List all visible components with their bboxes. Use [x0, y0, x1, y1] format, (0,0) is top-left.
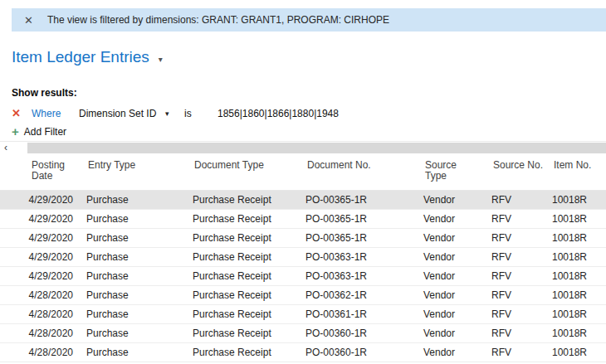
cell-document-no[interactable]: PO-00361-1R [299, 304, 417, 323]
cell-source-no[interactable]: RFV [485, 285, 545, 304]
column-header-posting-date[interactable]: Posting Date [0, 154, 80, 190]
cell-document-type[interactable]: Purchase Receipt [186, 266, 299, 285]
header-label: Type [425, 171, 485, 182]
cell-item-no[interactable]: 10018R [545, 266, 606, 285]
column-header-document-type[interactable]: Document Type [186, 154, 299, 190]
column-header-source-type[interactable]: Source Type [417, 154, 485, 190]
cell-document-type[interactable]: Purchase Receipt [186, 323, 299, 342]
cell-document-no[interactable]: PO-00365-1R [299, 209, 417, 228]
cell-entry-type[interactable]: Purchase [80, 247, 186, 266]
remove-filter-icon[interactable]: ✕ [12, 108, 21, 119]
table-row[interactable]: 4/28/2020PurchasePurchase ReceiptPO-0036… [0, 304, 606, 323]
cell-document-type[interactable]: Purchase Receipt [186, 342, 299, 362]
cell-posting-date[interactable]: 4/29/2020 [0, 266, 80, 285]
scrollbar-thumb[interactable] [27, 143, 606, 153]
cell-document-no[interactable]: PO-00360-1R [299, 342, 417, 362]
cell-source-no[interactable]: RFV [485, 342, 545, 362]
cell-item-no[interactable]: 10018R [545, 285, 606, 304]
scroll-left-button[interactable]: ‹ [4, 142, 21, 154]
cell-document-type[interactable]: Purchase Receipt [186, 285, 299, 304]
cell-source-no[interactable]: RFV [485, 228, 545, 247]
cell-posting-date[interactable]: 4/28/2020 [0, 304, 80, 323]
add-filter-button[interactable]: + Add Filter [12, 126, 66, 138]
filter-value-input[interactable]: 1856|1860|1866|1880|1948 [217, 108, 339, 119]
table-row[interactable]: 4/29/2020PurchasePurchase ReceiptPO-0036… [0, 247, 606, 266]
filter-banner: ✕ The view is filtered by dimensions: GR… [12, 8, 606, 32]
where-label[interactable]: Where [32, 108, 61, 119]
table-row[interactable]: 4/28/2020PurchasePurchase ReceiptPO-0036… [0, 285, 606, 304]
cell-entry-type[interactable]: Purchase [80, 209, 186, 228]
cell-source-no[interactable]: RFV [485, 266, 545, 285]
cell-source-no[interactable]: RFV [485, 209, 545, 228]
cell-source-no[interactable]: RFV [485, 323, 545, 342]
cell-posting-date[interactable]: 4/29/2020 [0, 247, 80, 266]
header-label: Item No. [554, 160, 606, 171]
horizontal-scrollbar: ‹ [0, 142, 606, 154]
entries-grid: ‹ Posting Date Entry Type Docume [0, 141, 606, 362]
cell-source-type[interactable]: Vendor [417, 266, 485, 285]
filter-row: ✕ Where Dimension Set ID ▾ is 1856|1860|… [0, 108, 606, 121]
cell-item-no[interactable]: 10018R [545, 342, 606, 362]
table-row[interactable]: 4/29/2020PurchasePurchase ReceiptPO-0036… [0, 190, 606, 209]
cell-entry-type[interactable]: Purchase [80, 304, 186, 323]
table-row[interactable]: 4/28/2020PurchasePurchase ReceiptPO-0036… [0, 342, 606, 362]
cell-entry-type[interactable]: Purchase [80, 323, 186, 342]
column-header-entry-type[interactable]: Entry Type [80, 154, 186, 190]
cell-posting-date[interactable]: 4/28/2020 [0, 342, 80, 362]
cell-source-type[interactable]: Vendor [417, 209, 485, 228]
plus-icon: + [12, 127, 19, 137]
cell-source-no[interactable]: RFV [485, 190, 545, 209]
cell-posting-date[interactable]: 4/29/2020 [0, 228, 80, 247]
cell-document-type[interactable]: Purchase Receipt [186, 247, 299, 266]
table-row[interactable]: 4/29/2020PurchasePurchase ReceiptPO-0036… [0, 266, 606, 285]
header-label: Source No. [493, 160, 545, 171]
cell-source-type[interactable]: Vendor [417, 304, 485, 323]
cell-source-type[interactable]: Vendor [417, 342, 485, 362]
cell-entry-type[interactable]: Purchase [80, 285, 186, 304]
cell-item-no[interactable]: 10018R [545, 323, 606, 342]
cell-posting-date[interactable]: 4/29/2020 [0, 209, 80, 228]
cell-document-no[interactable]: PO-00363-1R [299, 247, 417, 266]
cell-document-type[interactable]: Purchase Receipt [186, 304, 299, 323]
filter-field-dropdown[interactable]: Dimension Set ID [79, 108, 156, 119]
cell-item-no[interactable]: 10018R [545, 209, 606, 228]
chevron-down-icon[interactable]: ▾ [159, 55, 163, 64]
cell-document-no[interactable]: PO-00360-1R [299, 323, 417, 342]
cell-source-no[interactable]: RFV [485, 247, 545, 266]
cell-entry-type[interactable]: Purchase [80, 228, 186, 247]
cell-document-type[interactable]: Purchase Receipt [186, 190, 299, 209]
cell-item-no[interactable]: 10018R [545, 304, 606, 323]
cell-document-type[interactable]: Purchase Receipt [186, 209, 299, 228]
cell-source-type[interactable]: Vendor [417, 247, 485, 266]
cell-document-no[interactable]: PO-00363-1R [299, 266, 417, 285]
cell-posting-date[interactable]: 4/28/2020 [0, 285, 80, 304]
close-icon[interactable]: ✕ [24, 15, 33, 26]
cell-document-no[interactable]: PO-00362-1R [299, 285, 417, 304]
table-row[interactable]: 4/28/2020PurchasePurchase ReceiptPO-0036… [0, 323, 606, 342]
table-row[interactable]: 4/29/2020PurchasePurchase ReceiptPO-0036… [0, 228, 606, 247]
cell-item-no[interactable]: 10018R [545, 247, 606, 266]
cell-entry-type[interactable]: Purchase [80, 342, 186, 362]
cell-source-type[interactable]: Vendor [417, 285, 485, 304]
filter-banner-text: The view is filtered by dimensions: GRAN… [47, 14, 389, 26]
cell-document-type[interactable]: Purchase Receipt [186, 228, 299, 247]
cell-item-no[interactable]: 10018R [545, 228, 606, 247]
cell-posting-date[interactable]: 4/28/2020 [0, 323, 80, 342]
cell-entry-type[interactable]: Purchase [80, 190, 186, 209]
column-header-item-no[interactable]: Item No. [545, 154, 606, 190]
table-row[interactable]: 4/29/2020PurchasePurchase ReceiptPO-0036… [0, 209, 606, 228]
cell-source-type[interactable]: Vendor [417, 190, 485, 209]
cell-source-type[interactable]: Vendor [417, 228, 485, 247]
cell-document-no[interactable]: PO-00365-1R [299, 228, 417, 247]
cell-source-type[interactable]: Vendor [417, 323, 485, 342]
cell-document-no[interactable]: PO-00365-1R [299, 190, 417, 209]
column-header-document-no[interactable]: Document No. [299, 154, 417, 190]
show-results-label: Show results: [12, 87, 77, 99]
column-header-source-no[interactable]: Source No. [485, 154, 545, 190]
entries-table-body: 4/29/2020PurchasePurchase ReceiptPO-0036… [0, 190, 606, 362]
cell-source-no[interactable]: RFV [485, 304, 545, 323]
cell-item-no[interactable]: 10018R [545, 190, 606, 209]
cell-entry-type[interactable]: Purchase [80, 266, 186, 285]
chevron-down-icon[interactable]: ▾ [165, 108, 169, 119]
cell-posting-date[interactable]: 4/29/2020 [0, 190, 80, 209]
